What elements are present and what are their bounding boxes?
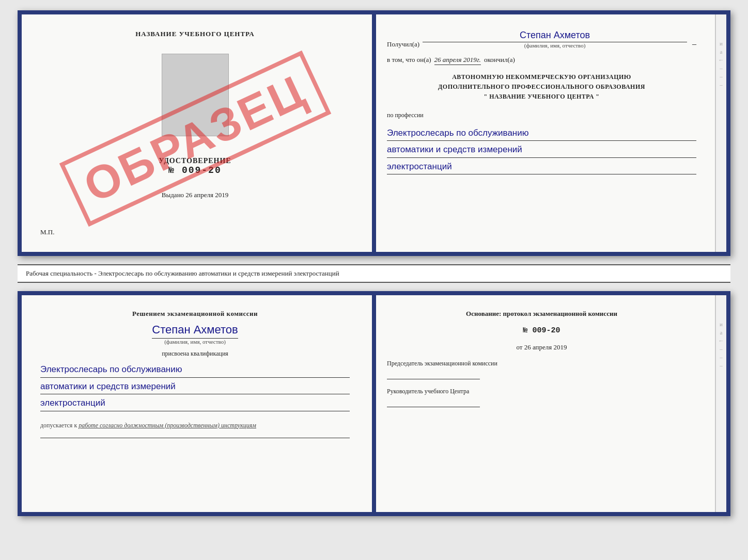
- nm5: –: [720, 73, 723, 79]
- director-label: Руководитель учебного Центра: [387, 388, 696, 395]
- person-name-top: Степан Ахметов: [423, 30, 687, 42]
- bottom-qual-line1: Электрослесарь по обслуживанию: [40, 363, 350, 378]
- person-name-block: Степан Ахметов (фамилия, имя, отчество): [423, 30, 687, 49]
- chairman-label: Председатель экзаменационной комиссии: [387, 360, 696, 367]
- profession-line3: электростанций: [387, 160, 696, 175]
- bnm4: –: [720, 346, 723, 352]
- ot-date: 26 апреля 2019: [524, 343, 567, 351]
- left-page-top: НАЗВАНИЕ УЧЕБНОГО ЦЕНТРА УДОСТОВЕРЕНИЕ №…: [22, 14, 368, 252]
- bnm2: а: [720, 329, 723, 335]
- cert-title: УДОСТОВЕРЕНИЕ: [159, 157, 231, 165]
- director-signature-line: [387, 407, 480, 407]
- bnm1: и: [720, 321, 723, 327]
- dopusk-block: допускается к работе согласно должностны…: [40, 422, 350, 429]
- bottom-line-dopusk: [40, 438, 350, 438]
- bottom-person-block: Степан Ахметов (фамилия, имя, отчество): [40, 323, 350, 345]
- profession-block-top: Электрослесарь по обслуживанию автоматик…: [387, 126, 696, 175]
- org-line2: ДОПОЛНИТЕЛЬНОГО ПРОФЕССИОНАЛЬНОГО ОБРАЗО…: [387, 82, 696, 92]
- cert-number: № 009-20: [159, 165, 231, 175]
- nm1: и: [720, 40, 723, 46]
- cert-title-block: УДОСТОВЕРЕНИЕ № 009-20: [159, 157, 231, 175]
- received-row: Получил(а) Степан Ахметов (фамилия, имя,…: [387, 30, 696, 49]
- prisvoena-label: присвоена квалификация: [40, 350, 350, 358]
- po-professii-label: по профессии: [387, 111, 696, 119]
- nm4: –: [720, 65, 723, 71]
- bnm6: –: [720, 362, 723, 369]
- cert-mp: М.П.: [40, 228, 54, 236]
- protocol-prefix: №: [523, 326, 527, 335]
- bottom-right-page: Основание: протокол экзаменационной коми…: [368, 295, 715, 512]
- bottom-person-name: Степан Ахметов: [152, 323, 238, 339]
- ot-prefix: от: [516, 343, 522, 351]
- bottom-left-page: Решением экзаменационной комиссии Степан…: [22, 295, 368, 512]
- middle-specialty-text: Рабочая специальность - Электрослесарь п…: [26, 269, 339, 277]
- notebook-marks-top: и а ← – – –: [716, 30, 726, 98]
- director-block: Руководитель учебного Центра: [387, 388, 696, 407]
- top-document: НАЗВАНИЕ УЧЕБНОГО ЦЕНТРА УДОСТОВЕРЕНИЕ №…: [18, 10, 730, 256]
- ot-date-block: от 26 апреля 2019: [387, 343, 696, 351]
- vtom-label: в том, что он(а): [387, 56, 431, 64]
- bnm3: ←: [719, 338, 724, 344]
- dopusk-value: работе согласно должностным (производств…: [79, 422, 256, 429]
- profession-line1: Электрослесарь по обслуживанию: [387, 126, 696, 141]
- bottom-qual-line2: автоматики и средств измерений: [40, 380, 350, 395]
- okonchill-label: окончил(а): [484, 56, 515, 64]
- nm6: –: [720, 82, 723, 88]
- cert-issued: Выдано 26 апреля 2019: [162, 191, 228, 199]
- fio-subtitle-top: (фамилия, имя, отчество): [524, 42, 586, 49]
- osnov-label: Основание: протокол экзаменационной коми…: [387, 310, 696, 318]
- vtom-date: 26 апреля 2019г.: [434, 56, 481, 65]
- dopusk-label: допускается к: [40, 422, 77, 429]
- bottom-document: Решением экзаменационной комиссии Степан…: [18, 291, 730, 516]
- top-training-center-name: НАЗВАНИЕ УЧЕБНОГО ЦЕНТРА: [135, 30, 255, 38]
- org-line3: " НАЗВАНИЕ УЧЕБНОГО ЦЕНТРА ": [387, 92, 696, 102]
- org-line1: АВТОНОМНУЮ НЕКОММЕРЧЕСКУЮ ОРГАНИЗАЦИЮ: [387, 72, 696, 82]
- nm2: а: [720, 49, 723, 55]
- chairman-signature-line: [387, 379, 480, 379]
- dash-top: –: [692, 39, 696, 49]
- nm3: ←: [719, 57, 724, 63]
- profession-line2: автоматики и средств измерений: [387, 143, 696, 158]
- binding-right-top: и а ← – – –: [715, 14, 726, 252]
- protocol-number-block: № 009-20: [387, 326, 696, 335]
- notebook-marks-bottom: и а ← – – –: [716, 311, 726, 379]
- bottom-qual-line3: электростанций: [40, 396, 350, 411]
- binding-right-bottom: и а ← – – –: [715, 295, 726, 512]
- vtom-row: в том, что он(а) 26 апреля 2019г. окончи…: [387, 56, 696, 65]
- chairman-block: Председатель экзаменационной комиссии: [387, 360, 696, 379]
- decision-title: Решением экзаменационной комиссии: [40, 310, 350, 318]
- right-page-top: Получил(а) Степан Ахметов (фамилия, имя,…: [368, 14, 715, 252]
- bottom-qual-lines: Электрослесарь по обслуживанию автоматик…: [40, 363, 350, 411]
- cert-photo-placeholder: [162, 54, 229, 136]
- received-label: Получил(а): [387, 40, 419, 49]
- org-block: АВТОНОМНУЮ НЕКОММЕРЧЕСКУЮ ОРГАНИЗАЦИЮ ДО…: [387, 72, 696, 102]
- bottom-fio-sub: (фамилия, имя, отчество): [164, 339, 226, 345]
- bnm5: –: [720, 354, 723, 360]
- protocol-number: 009-20: [533, 326, 560, 335]
- middle-text-strip: Рабочая специальность - Электрослесарь п…: [18, 264, 730, 283]
